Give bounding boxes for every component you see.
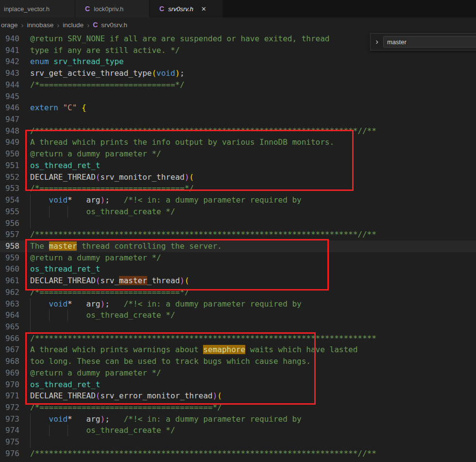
code-line[interactable]: 955 os_thread_create */ [0, 206, 476, 218]
code-text: void* arg); /*!< in: a dummy parameter r… [30, 194, 302, 206]
indent-guide [68, 425, 68, 436]
code-segment: /*!< in: a dummy parameter required by [124, 299, 302, 308]
code-line[interactable]: 957/************************************… [0, 229, 476, 240]
code-line[interactable]: 944/*=============================*/ [0, 79, 476, 91]
code-line[interactable]: 969@return a dummy parameter */ [0, 367, 476, 379]
code-line[interactable]: 943srv_get_active_thread_type(void); [0, 68, 476, 79]
code-segment: /***************************************… [30, 126, 376, 136]
breadcrumb-item-include[interactable]: include [63, 21, 84, 29]
line-number: 947 [0, 114, 19, 125]
code-line[interactable]: 942enum srv_thread_type [0, 56, 476, 68]
code-line[interactable]: 970os_thread_ret_t [0, 379, 476, 391]
breadcrumb-item-storage[interactable]: orage [1, 21, 18, 29]
code-line[interactable]: 977Purge coordinator thread that schedul… [0, 460, 476, 462]
code-line[interactable]: 973 void* arg); /*!< in: a dummy paramet… [0, 413, 476, 425]
code-segment: void [49, 414, 68, 424]
indent-guide [30, 298, 31, 310]
code-line[interactable]: 947 [0, 114, 476, 125]
line-number: 957 [0, 229, 19, 240]
code-line[interactable]: 948/************************************… [0, 125, 476, 137]
code-line[interactable]: 965 [0, 321, 476, 333]
code-line[interactable]: 960os_thread_ret_t [0, 263, 476, 275]
code-text: extern "C" { [30, 102, 86, 114]
breadcrumb-item-file[interactable]: srv0srv.h [101, 21, 127, 29]
indent-guide [30, 321, 31, 333]
line-number: 948 [0, 125, 19, 137]
vscode-window: inplace_vector.h C lock0priv.h C srv0srv… [0, 0, 476, 462]
line-number: 940 [0, 33, 19, 45]
code-line[interactable]: 975 [0, 436, 476, 448]
code-segment: void [49, 195, 68, 205]
code-line[interactable]: 963 void* arg); /*!< in: a dummy paramet… [0, 298, 476, 310]
code-text: A thread which prints warnings about sem… [30, 344, 357, 356]
code-segment: ) [101, 414, 105, 424]
code-segment: os_thread_create */ [30, 426, 175, 435]
code-line[interactable]: 954 void* arg); /*!< in: a dummy paramet… [0, 194, 476, 206]
code-line[interactable]: 959@return a dummy parameter */ [0, 252, 476, 264]
line-number: 955 [0, 206, 19, 218]
tab-lock0priv[interactable]: C lock0priv.h [75, 0, 150, 17]
tab-srv0srv[interactable]: C srv0srv.h ✕ [150, 0, 223, 17]
code-text: too long. These can be used to track bug… [30, 356, 311, 367]
code-segment: /*=============================*/ [30, 80, 185, 89]
code-segment: srv_thread_type [53, 57, 124, 66]
code-segment: @return SRV_NONE if all are are suspende… [30, 34, 330, 43]
code-line[interactable]: 946extern "C" { [0, 102, 476, 114]
line-number: 952 [0, 171, 19, 183]
code-line[interactable]: 964 os_thread_create */ [0, 309, 476, 321]
code-segment: "C" [63, 103, 77, 112]
code-line[interactable]: 966/************************************… [0, 333, 476, 344]
tab-inplace-vector[interactable]: inplace_vector.h [0, 0, 75, 17]
close-icon[interactable]: ✕ [201, 5, 206, 13]
code-line[interactable]: 949A thread which prints the info output… [0, 137, 476, 148]
code-editor[interactable]: 940@return SRV_NONE if all are are suspe… [0, 32, 476, 462]
find-input[interactable] [383, 36, 476, 48]
c-language-icon: C [159, 5, 164, 13]
code-segment: ( [217, 391, 222, 400]
code-segment: A thread which prints warnings about [30, 345, 203, 354]
code-segment: thread controlling the server. [77, 241, 222, 251]
find-widget: › [370, 33, 476, 51]
code-line[interactable]: 956 [0, 218, 476, 229]
code-line[interactable]: 953/*===============================*/ [0, 183, 476, 194]
line-number: 974 [0, 425, 19, 436]
code-line[interactable]: 962/*==============================*/ [0, 287, 476, 298]
code-segment: ) [180, 276, 185, 285]
chevron-right-icon: › [21, 21, 24, 29]
code-line[interactable]: 951os_thread_ret_t [0, 160, 476, 171]
code-line[interactable]: 972/*===================================… [0, 402, 476, 413]
code-text: DECLARE_THREAD(srv_error_monitor_thread)… [30, 390, 222, 402]
code-line[interactable]: 971DECLARE_THREAD(srv_error_monitor_thre… [0, 390, 476, 402]
code-segment: ) [101, 195, 105, 205]
line-number: 944 [0, 79, 19, 91]
code-segment [58, 103, 63, 112]
code-line[interactable]: 950@return a dummy parameter */ [0, 148, 476, 160]
code-line[interactable]: 968too long. These can be used to track … [0, 356, 476, 367]
toggle-replace-chevron-icon[interactable]: › [371, 37, 383, 47]
code-segment: ( [96, 391, 101, 400]
code-segment: DECLARE_THREAD [30, 276, 96, 285]
code-line[interactable]: 952DECLARE_THREAD(srv_monitor_thread)( [0, 171, 476, 183]
code-segment: /*!< in: a dummy parameter required by [124, 195, 302, 205]
indent-guide [68, 206, 68, 218]
code-text: @return SRV_NONE if all are are suspende… [30, 33, 330, 45]
code-line[interactable]: 945 [0, 91, 476, 103]
code-line[interactable]: 958The master thread controlling the ser… [0, 240, 476, 252]
code-text: os_thread_ret_t [30, 379, 101, 391]
code-segment: ) [101, 299, 105, 308]
code-text: /***************************************… [30, 229, 376, 240]
code-line[interactable]: 967A thread which prints warnings about … [0, 344, 476, 356]
code-line[interactable]: 976/************************************… [0, 448, 476, 460]
code-line[interactable]: 961DECLARE_THREAD(srv_master_thread)( [0, 275, 476, 287]
code-segment [30, 195, 49, 205]
code-line[interactable]: 974 os_thread_create */ [0, 425, 476, 436]
breadcrumb-item-innobase[interactable]: innobase [27, 21, 54, 29]
code-segment: @return a dummy parameter */ [30, 149, 161, 158]
code-segment: os_thread_ret_t [30, 161, 101, 170]
code-text: /*==============================*/ [30, 287, 189, 298]
code-segment [49, 57, 54, 66]
code-segment: semaphore [203, 345, 245, 354]
code-segment: A thread which prints the info output by… [30, 137, 334, 147]
line-number: 969 [0, 367, 19, 379]
code-segment: ( [96, 276, 101, 285]
